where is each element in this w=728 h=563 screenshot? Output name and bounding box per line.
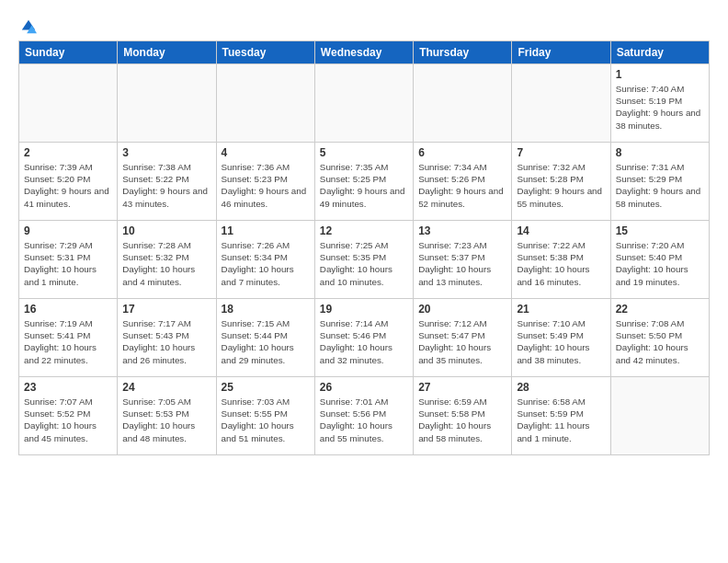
- day-number: 3: [122, 146, 210, 159]
- day-info: Sunrise: 7:26 AM Sunset: 5:34 PM Dayligh…: [222, 239, 310, 288]
- calendar-cell: [118, 64, 216, 143]
- calendar-cell: 3Sunrise: 7:38 AM Sunset: 5:22 PM Daylig…: [118, 143, 216, 221]
- calendar-cell: 12Sunrise: 7:25 AM Sunset: 5:35 PM Dayli…: [314, 221, 413, 299]
- day-number: 8: [616, 146, 704, 159]
- calendar-cell: 11Sunrise: 7:26 AM Sunset: 5:34 PM Dayli…: [216, 221, 314, 299]
- day-info: Sunrise: 7:23 AM Sunset: 5:37 PM Dayligh…: [418, 239, 506, 288]
- calendar-cell: 1Sunrise: 7:40 AM Sunset: 5:19 PM Daylig…: [610, 64, 709, 143]
- weekday-header-sunday: Sunday: [19, 41, 118, 64]
- day-number: 11: [222, 224, 310, 237]
- weekday-header-tuesday: Tuesday: [216, 41, 314, 64]
- day-info: Sunrise: 7:36 AM Sunset: 5:23 PM Dayligh…: [222, 161, 310, 210]
- calendar-cell: [414, 64, 512, 143]
- day-number: 21: [517, 303, 605, 316]
- week-row-3: 9Sunrise: 7:29 AM Sunset: 5:31 PM Daylig…: [19, 221, 710, 299]
- calendar-cell: 17Sunrise: 7:17 AM Sunset: 5:43 PM Dayli…: [118, 299, 216, 377]
- day-number: 24: [122, 381, 210, 394]
- day-number: 26: [320, 381, 408, 394]
- day-number: 16: [24, 303, 112, 316]
- weekday-header-row: SundayMondayTuesdayWednesdayThursdayFrid…: [19, 41, 710, 64]
- day-number: 6: [418, 146, 506, 159]
- calendar-cell: 14Sunrise: 7:22 AM Sunset: 5:38 PM Dayli…: [512, 221, 610, 299]
- day-info: Sunrise: 7:05 AM Sunset: 5:53 PM Dayligh…: [122, 396, 210, 444]
- week-row-4: 16Sunrise: 7:19 AM Sunset: 5:41 PM Dayli…: [19, 299, 710, 377]
- calendar-cell: 16Sunrise: 7:19 AM Sunset: 5:41 PM Dayli…: [19, 299, 118, 377]
- day-info: Sunrise: 6:59 AM Sunset: 5:58 PM Dayligh…: [418, 396, 506, 444]
- day-info: Sunrise: 7:25 AM Sunset: 5:35 PM Dayligh…: [320, 239, 408, 288]
- logo: [18, 18, 37, 31]
- day-info: Sunrise: 7:17 AM Sunset: 5:43 PM Dayligh…: [122, 317, 210, 366]
- day-info: Sunrise: 7:12 AM Sunset: 5:47 PM Dayligh…: [418, 317, 506, 366]
- day-info: Sunrise: 7:28 AM Sunset: 5:32 PM Dayligh…: [122, 239, 210, 288]
- day-number: 13: [418, 224, 506, 237]
- calendar-cell: 24Sunrise: 7:05 AM Sunset: 5:53 PM Dayli…: [118, 377, 216, 455]
- day-info: Sunrise: 7:15 AM Sunset: 5:44 PM Dayligh…: [222, 317, 310, 366]
- calendar-cell: 15Sunrise: 7:20 AM Sunset: 5:40 PM Dayli…: [610, 221, 709, 299]
- weekday-header-thursday: Thursday: [414, 41, 512, 64]
- day-info: Sunrise: 7:29 AM Sunset: 5:31 PM Dayligh…: [24, 239, 112, 288]
- day-info: Sunrise: 7:14 AM Sunset: 5:46 PM Dayligh…: [320, 317, 408, 366]
- day-number: 17: [122, 303, 210, 316]
- day-number: 15: [616, 224, 704, 237]
- day-number: 14: [517, 224, 605, 237]
- logo-icon: [20, 18, 37, 35]
- day-info: Sunrise: 7:19 AM Sunset: 5:41 PM Dayligh…: [24, 317, 112, 366]
- day-info: Sunrise: 7:07 AM Sunset: 5:52 PM Dayligh…: [24, 396, 112, 444]
- day-number: 5: [320, 146, 408, 159]
- day-number: 9: [24, 224, 112, 237]
- calendar-cell: 23Sunrise: 7:07 AM Sunset: 5:52 PM Dayli…: [19, 377, 118, 455]
- day-number: 1: [616, 68, 704, 81]
- day-number: 25: [222, 381, 310, 394]
- day-info: Sunrise: 7:31 AM Sunset: 5:29 PM Dayligh…: [616, 161, 704, 210]
- day-number: 18: [222, 303, 310, 316]
- calendar-cell: 25Sunrise: 7:03 AM Sunset: 5:55 PM Dayli…: [216, 377, 314, 455]
- day-info: Sunrise: 7:22 AM Sunset: 5:38 PM Dayligh…: [517, 239, 605, 288]
- calendar-cell: 26Sunrise: 7:01 AM Sunset: 5:56 PM Dayli…: [314, 377, 413, 455]
- calendar-cell: 9Sunrise: 7:29 AM Sunset: 5:31 PM Daylig…: [19, 221, 118, 299]
- weekday-header-wednesday: Wednesday: [314, 41, 413, 64]
- day-number: 19: [320, 303, 408, 316]
- day-number: 20: [418, 303, 506, 316]
- day-number: 2: [24, 146, 112, 159]
- day-number: 12: [320, 224, 408, 237]
- day-number: 28: [517, 381, 605, 394]
- day-number: 23: [24, 381, 112, 394]
- calendar-cell: 6Sunrise: 7:34 AM Sunset: 5:26 PM Daylig…: [414, 143, 512, 221]
- day-number: 10: [122, 224, 210, 237]
- day-info: Sunrise: 7:39 AM Sunset: 5:20 PM Dayligh…: [24, 161, 112, 210]
- day-number: 4: [222, 146, 310, 159]
- day-info: Sunrise: 7:40 AM Sunset: 5:19 PM Dayligh…: [616, 83, 704, 132]
- calendar-cell: 7Sunrise: 7:32 AM Sunset: 5:28 PM Daylig…: [512, 143, 610, 221]
- day-info: Sunrise: 7:20 AM Sunset: 5:40 PM Dayligh…: [616, 239, 704, 288]
- calendar-cell: 22Sunrise: 7:08 AM Sunset: 5:50 PM Dayli…: [610, 299, 709, 377]
- day-info: Sunrise: 7:03 AM Sunset: 5:55 PM Dayligh…: [222, 396, 310, 444]
- day-info: Sunrise: 7:01 AM Sunset: 5:56 PM Dayligh…: [320, 396, 408, 444]
- calendar-cell: 18Sunrise: 7:15 AM Sunset: 5:44 PM Dayli…: [216, 299, 314, 377]
- calendar-cell: 5Sunrise: 7:35 AM Sunset: 5:25 PM Daylig…: [314, 143, 413, 221]
- calendar-cell: [610, 377, 709, 455]
- calendar-cell: [216, 64, 314, 143]
- day-info: Sunrise: 7:34 AM Sunset: 5:26 PM Dayligh…: [418, 161, 506, 210]
- weekday-header-saturday: Saturday: [610, 41, 709, 64]
- day-info: Sunrise: 7:32 AM Sunset: 5:28 PM Dayligh…: [517, 161, 605, 210]
- calendar-cell: 21Sunrise: 7:10 AM Sunset: 5:49 PM Dayli…: [512, 299, 610, 377]
- calendar-cell: 20Sunrise: 7:12 AM Sunset: 5:47 PM Dayli…: [414, 299, 512, 377]
- week-row-1: 1Sunrise: 7:40 AM Sunset: 5:19 PM Daylig…: [19, 64, 710, 143]
- day-info: Sunrise: 7:38 AM Sunset: 5:22 PM Dayligh…: [122, 161, 210, 210]
- day-number: 27: [418, 381, 506, 394]
- calendar-cell: [512, 64, 610, 143]
- day-info: Sunrise: 6:58 AM Sunset: 5:59 PM Dayligh…: [517, 396, 605, 444]
- day-info: Sunrise: 7:10 AM Sunset: 5:49 PM Dayligh…: [517, 317, 605, 366]
- week-row-5: 23Sunrise: 7:07 AM Sunset: 5:52 PM Dayli…: [19, 377, 710, 455]
- calendar-table: SundayMondayTuesdayWednesdayThursdayFrid…: [18, 40, 710, 455]
- day-info: Sunrise: 7:08 AM Sunset: 5:50 PM Dayligh…: [616, 317, 704, 366]
- calendar-cell: 19Sunrise: 7:14 AM Sunset: 5:46 PM Dayli…: [314, 299, 413, 377]
- calendar-cell: 10Sunrise: 7:28 AM Sunset: 5:32 PM Dayli…: [118, 221, 216, 299]
- day-number: 7: [517, 146, 605, 159]
- week-row-2: 2Sunrise: 7:39 AM Sunset: 5:20 PM Daylig…: [19, 143, 710, 221]
- calendar-cell: 27Sunrise: 6:59 AM Sunset: 5:58 PM Dayli…: [414, 377, 512, 455]
- day-info: Sunrise: 7:35 AM Sunset: 5:25 PM Dayligh…: [320, 161, 408, 210]
- calendar-cell: 28Sunrise: 6:58 AM Sunset: 5:59 PM Dayli…: [512, 377, 610, 455]
- calendar-cell: 13Sunrise: 7:23 AM Sunset: 5:37 PM Dayli…: [414, 221, 512, 299]
- calendar-cell: 4Sunrise: 7:36 AM Sunset: 5:23 PM Daylig…: [216, 143, 314, 221]
